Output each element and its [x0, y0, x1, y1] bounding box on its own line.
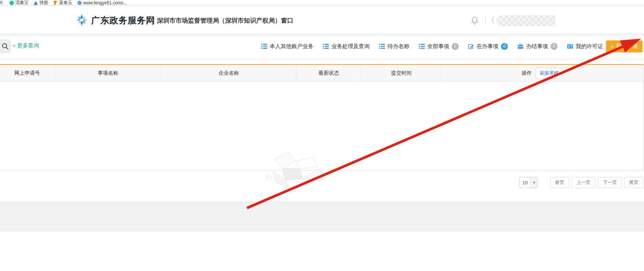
masked-username[interactable]: [496, 15, 555, 26]
page-footer: 主办：深圳市市场监督管理局（深圳市知识产权局） 承办：浪潮软件股份有限公司 版权…: [0, 201, 644, 232]
nav-item-label: 本人其他账户业务: [270, 43, 313, 50]
bookmark-label: 蓝奏云: [59, 0, 72, 6]
bookmark-item-partial[interactable]: 长: [0, 0, 4, 6]
orange-flag-icon: [53, 1, 58, 5]
nav-item-my-licenses[interactable]: 我的许可证: [567, 43, 603, 50]
col-header-matter-name: 事项名称: [55, 65, 162, 81]
more-query-label: 更多查询: [17, 42, 39, 49]
search-button[interactable]: [0, 39, 11, 53]
bookmark-item[interactable]: 蓝奏云: [53, 0, 72, 6]
notification-bell-icon[interactable]: [471, 16, 479, 25]
bookmark-label: 流量宝: [15, 0, 28, 6]
teal-circle-icon: [9, 1, 14, 5]
nav-items-group: 本人其他账户业务 业务处理及查询 待办名称 全部事项: [261, 34, 603, 59]
nav-item-my-other-account[interactable]: 本人其他账户业务: [261, 43, 313, 50]
blue-mountain-icon: [34, 1, 38, 5]
site-logo-text[interactable]: 广东政务服务网: [91, 15, 155, 26]
col-header-submit-time: 提交时间: [362, 65, 441, 81]
pagination: 10 首页 上一页 下一页 尾页: [519, 177, 643, 188]
col-header-company-name: 企业名称: [162, 65, 296, 81]
search-icon: [1, 43, 9, 50]
more-query-link[interactable]: » 更多查询: [13, 42, 39, 49]
nav-item-todo-names[interactable]: 待办名称: [379, 43, 409, 50]
page-size-select[interactable]: 10: [519, 177, 537, 188]
chevron-double-down-icon: »: [12, 44, 18, 47]
bookmark-item[interactable]: 快图: [34, 0, 48, 6]
nav-item-label: 办结事项: [526, 43, 548, 50]
last-page-button[interactable]: 尾页: [624, 177, 643, 188]
nav-item-label: 我的许可证: [576, 43, 603, 50]
id-card-icon: [567, 44, 573, 49]
first-page-button[interactable]: 首页: [550, 177, 569, 188]
select-dropdown-zone: [531, 177, 537, 188]
toolbar-nav: » 更多查询 本人其他账户业务 业务处理及查询: [0, 34, 644, 59]
nav-item-completed[interactable]: 办结事项 0: [517, 43, 558, 50]
bookmark-item[interactable]: 流量宝: [9, 0, 28, 6]
list-icon: [261, 44, 267, 49]
gdzwfw-logo-icon: [76, 14, 88, 26]
apply-now-button[interactable]: + 我要申请: [606, 40, 643, 52]
bookmark-item[interactable]: www.fengye51.coms...: [77, 0, 127, 5]
col-header-actions: 操作 刷新草稿: [441, 65, 643, 81]
plus-icon: +: [611, 43, 614, 50]
chevron-down-icon: [533, 182, 536, 184]
col-header-application-no: 网上申请号: [0, 65, 55, 81]
nav-item-label: 在办事项: [477, 43, 498, 50]
applications-table: 网上申请号 事项名称 企业名称 最新状态 提交时间 操作 刷新草稿 没有查询到数…: [0, 64, 644, 170]
nav-item-in-progress[interactable]: 在办事项 0: [468, 43, 508, 50]
count-badge: 0: [551, 43, 558, 50]
count-badge: 0: [501, 43, 508, 50]
site-header: 广东政务服务网 深圳市市场监督管理局（深圳市知识产权局）窗口 (: [0, 6, 644, 34]
masked-username-paren: (: [492, 16, 494, 24]
nav-item-label: 业务处理及查询: [331, 43, 370, 50]
browser-bookmarks-bar: 长 流量宝 快图 蓝奏云 www.fengye51.coms...: [0, 0, 644, 6]
table-header-row: 网上申请号 事项名称 企业名称 最新状态 提交时间 操作 刷新草稿: [0, 65, 643, 82]
blue-globe-icon: [77, 1, 82, 5]
page-bottom-whitespace: [0, 232, 644, 271]
count-badge: 0: [452, 43, 459, 50]
refresh-draft-button[interactable]: 刷新草稿: [536, 68, 563, 79]
actions-label: 操作: [522, 70, 532, 76]
list-icon: [379, 44, 385, 49]
list-icon: [323, 44, 329, 49]
header-divider: [485, 15, 486, 25]
pencil-square-icon: [468, 43, 474, 49]
nav-item-all-matters[interactable]: 全部事项 0: [419, 43, 459, 50]
apply-button-label: 我要申请: [616, 43, 638, 50]
next-page-button[interactable]: 下一页: [598, 177, 622, 188]
nav-item-label: 待办名称: [387, 43, 409, 50]
nav-item-business-query[interactable]: 业务处理及查询: [323, 43, 370, 50]
list-icon: [419, 44, 425, 49]
briefcase-icon: [517, 43, 524, 49]
nav-item-label: 全部事项: [427, 43, 449, 50]
prev-page-button[interactable]: 上一页: [572, 177, 595, 188]
window-title: 深圳市市场监督管理局（深圳市知识产权局）窗口: [157, 16, 293, 25]
header-divider: [151, 15, 151, 25]
bookmark-label: www.fengye51.coms...: [83, 0, 127, 5]
col-header-latest-status: 最新状态: [296, 65, 362, 81]
page-size-value: 10: [520, 180, 531, 185]
bookmark-label: 快图: [39, 0, 48, 6]
